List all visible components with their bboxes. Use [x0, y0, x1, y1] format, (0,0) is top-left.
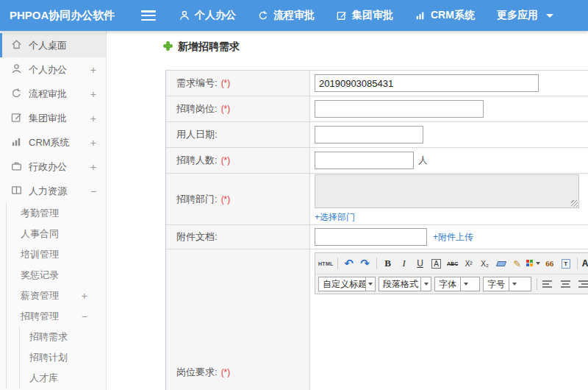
sidebar-item-personal-office[interactable]: 个人办公 +	[0, 57, 106, 82]
unit-suffix: 人	[418, 154, 428, 167]
edit-icon	[11, 112, 22, 125]
attachment-upload-link[interactable]: +附件上传	[433, 231, 473, 244]
recruit-demand-form: 需求编号: (*) 招聘岗位: (*) 用人日期:	[165, 70, 588, 390]
sidebar-item-recruit-plan[interactable]: 招聘计划	[20, 347, 106, 368]
expand-toggle[interactable]: +	[82, 290, 87, 302]
underline-button[interactable]: U	[413, 256, 428, 271]
font-color-button[interactable]: A	[581, 256, 588, 271]
field-label: 岗位要求:	[176, 366, 218, 379]
chart-icon	[415, 10, 426, 21]
format-painter-button[interactable]: ✎	[510, 256, 525, 271]
caret-down-icon[interactable]	[365, 277, 375, 291]
font-size-select[interactable]: 字号	[483, 277, 531, 291]
char-border-button[interactable]: A	[431, 259, 441, 269]
sidebar-item-group-approval[interactable]: 集团审批 +	[0, 106, 106, 130]
sidebar-item-admin-office[interactable]: 行政办公 +	[0, 155, 106, 179]
subscript-button[interactable]: X₂	[478, 256, 492, 271]
color-palette-button[interactable]	[526, 256, 541, 271]
field-label: 需求编号:	[176, 77, 218, 90]
add-icon	[163, 41, 173, 53]
caret-down-icon	[536, 262, 540, 265]
nav-more-apps[interactable]: 更多应用	[497, 9, 553, 22]
field-label: 招聘人数:	[176, 154, 218, 167]
bold-button[interactable]: B	[381, 256, 395, 271]
font-family-select[interactable]: 字体	[434, 277, 480, 291]
blockquote-button[interactable]: 66	[542, 256, 557, 271]
toolbar-separator	[577, 258, 578, 269]
rich-text-editor: HTML ↶ ↷ B I U A ABC X² X₂ ✎	[315, 252, 588, 294]
editor-toolbar-row1: HTML ↶ ↷ B I U A ABC X² X₂ ✎	[315, 253, 588, 274]
book-icon	[11, 185, 22, 198]
sidebar-item-salary-mgmt[interactable]: 薪资管理+	[7, 286, 106, 306]
sidebar-item-personal-desktop[interactable]: 个人桌面	[0, 33, 106, 57]
sidebar-item-reward-punish-record[interactable]: 奖惩记录	[7, 265, 106, 286]
caret-down-icon	[546, 14, 553, 18]
undo-icon[interactable]: ↶	[342, 256, 356, 271]
strikethrough-button[interactable]: ABC	[445, 256, 460, 271]
sidebar-item-human-resources[interactable]: 人力资源 −	[0, 179, 106, 203]
recruit-count-input[interactable]	[315, 152, 414, 169]
hire-date-input[interactable]	[315, 126, 423, 143]
html-source-button[interactable]: HTML	[318, 256, 334, 271]
nav-group-approval[interactable]: 集团审批	[337, 9, 393, 22]
caret-down-icon[interactable]	[460, 277, 470, 291]
editor-toolbar-row2: 自定义标题 段落格式 字体 字号	[315, 274, 588, 294]
user-icon	[11, 63, 22, 77]
field-label: 用人日期:	[176, 128, 218, 141]
resize-grip[interactable]	[571, 200, 578, 207]
sidebar-item-attendance-mgmt[interactable]: 考勤管理	[7, 203, 106, 224]
sidebar-item-crm-system[interactable]: CRM系统 +	[0, 130, 106, 155]
sidebar-item-recruit-mgmt[interactable]: 招聘管理−	[7, 306, 106, 327]
expand-toggle[interactable]: +	[90, 161, 96, 173]
sidebar-item-recruit-demand[interactable]: 招聘需求	[20, 327, 106, 347]
required-mark: (*)	[221, 104, 231, 114]
menu-toggle-button[interactable]	[141, 10, 156, 21]
nav-crm-system[interactable]: CRM系统	[415, 9, 475, 22]
chart-icon	[11, 136, 22, 149]
sidebar-item-personnel-contract[interactable]: 人事合同	[7, 224, 106, 244]
collapse-toggle[interactable]: −	[82, 311, 87, 322]
nav-personal-office[interactable]: 个人办公	[179, 9, 236, 22]
expand-toggle[interactable]: +	[90, 64, 96, 76]
form-row-recruit-count: 招聘人数: (*) 人	[166, 148, 588, 174]
caret-down-icon[interactable]	[420, 277, 431, 291]
expand-toggle[interactable]: +	[90, 88, 96, 100]
recruit-position-input[interactable]	[315, 100, 484, 118]
paste-text-button[interactable]: T	[559, 256, 573, 271]
remove-format-button[interactable]	[494, 256, 509, 271]
page-title: 新增招聘需求	[163, 40, 240, 54]
italic-button[interactable]: I	[397, 256, 412, 271]
superscript-button[interactable]: X²	[462, 256, 476, 271]
redo-icon[interactable]: ↷	[358, 256, 373, 271]
required-mark: (*)	[221, 155, 231, 166]
app-title: PHPOA协同办公软件	[0, 9, 141, 23]
caret-down-icon[interactable]	[509, 277, 519, 291]
paragraph-format-select[interactable]: 段落格式	[379, 277, 431, 291]
sidebar-item-workflow-approval[interactable]: 流程审批 +	[0, 82, 106, 106]
app-window: PHPOA协同办公软件 个人办公 流程审批 集团审批	[0, 0, 588, 390]
expand-toggle[interactable]: +	[90, 113, 96, 124]
nav-workflow-approval[interactable]: 流程审批	[258, 9, 315, 22]
briefcase-icon	[11, 160, 22, 174]
align-left-button[interactable]	[542, 277, 556, 291]
sidebar-item-talent-pool[interactable]: 人才库	[20, 368, 106, 389]
align-right-button[interactable]	[575, 277, 588, 291]
attachment-input[interactable]	[315, 228, 427, 246]
recruit-submenu: 招聘需求 招聘计划 人才库	[19, 327, 106, 389]
user-icon	[179, 10, 190, 21]
demand-number-input[interactable]	[315, 74, 539, 92]
custom-title-select[interactable]: 自定义标题	[318, 277, 376, 291]
sidebar-item-training-mgmt[interactable]: 培训管理	[7, 244, 106, 265]
process-icon	[258, 10, 268, 21]
eraser-icon	[495, 261, 506, 266]
field-label: 附件文档:	[176, 230, 218, 244]
recruit-department-textarea[interactable]	[315, 174, 579, 208]
collapse-toggle[interactable]: −	[90, 185, 96, 197]
form-row-demand-number: 需求编号: (*)	[166, 71, 588, 96]
toolbar-separator	[537, 278, 537, 290]
align-center-button[interactable]	[559, 277, 572, 291]
home-icon	[11, 39, 22, 52]
expand-toggle[interactable]: +	[90, 137, 96, 149]
choose-department-link[interactable]: +选择部门	[315, 211, 579, 224]
form-row-position-requirements: 岗位要求: (*) HTML ↶ ↷ B I U A ABC	[166, 249, 588, 390]
